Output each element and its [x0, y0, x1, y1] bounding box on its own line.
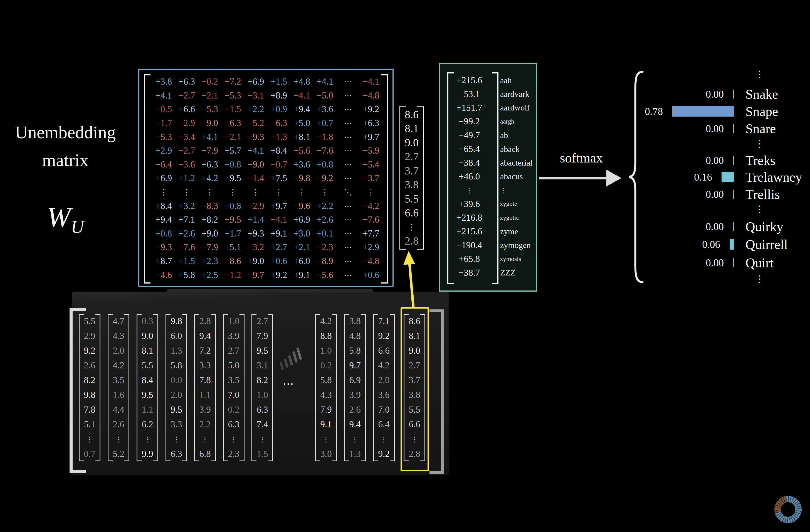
context-vector-values: 9.86.01.35.80.02.09.53.3⋮6.3 — [165, 314, 187, 461]
matrix-cell: −5.4 — [359, 159, 383, 170]
context-cell: 7.9 — [252, 328, 273, 343]
prob-value-zone: 0.00 — [620, 217, 734, 236]
matrix-symbol: WU — [0, 200, 131, 237]
logit-row: +39.6zygote — [449, 197, 533, 211]
context-cell: 6.3 — [252, 402, 273, 417]
prob-value: 0.00 — [706, 155, 724, 166]
matrix-cell: +0.1 — [313, 228, 337, 239]
matrix-cell: +6.3 — [198, 159, 222, 170]
matrix-cell: −4.1 — [290, 91, 313, 101]
matrix-cell: −7.6 — [359, 214, 383, 225]
logit-value: +215.6 — [449, 226, 490, 237]
matrix-cell: −7.9 — [198, 242, 222, 252]
logit-value: +39.6 — [449, 199, 490, 209]
matrix-cell: ⋮ — [175, 188, 198, 197]
prob-label: Quirt — [745, 254, 774, 272]
matrix-cell: +0.8 — [221, 159, 244, 170]
vector-cell: 3.8 — [400, 178, 424, 192]
prob-value: 0.00 — [706, 88, 724, 100]
context-cell: 7.8 — [194, 373, 216, 388]
bracket-left — [144, 74, 150, 284]
matrix-cell: +7.5 — [267, 173, 290, 183]
context-vector: 0.39.08.15.58.49.51.16.2⋮9.9 — [136, 314, 158, 461]
context-vector: 5.52.99.22.68.29.87.85.1⋮0.7 — [79, 314, 100, 461]
matrix-cell: +2.3 — [198, 256, 222, 266]
context-cell: 3.0 — [315, 447, 337, 461]
prob-ellipsis: ⋮ — [755, 273, 764, 284]
context-cell: 0.2 — [223, 402, 244, 417]
context-cell: 3.5 — [108, 373, 129, 388]
matrix-cell: −7.2 — [221, 77, 244, 87]
matrix-cell: +9.4 — [152, 214, 175, 225]
matrix-cell: −6.4 — [152, 159, 175, 170]
matrix-cell: ⋯ — [336, 174, 359, 183]
context-cell: 4.3 — [108, 328, 129, 343]
matrix-cell: −0.7 — [267, 159, 290, 170]
context-cell: 9.2 — [373, 447, 395, 461]
matrix-row: −6.4−3.6+6.3+0.8−9.0−0.7+3.6+0.8⋯−5.4 — [152, 158, 383, 172]
matrix-cell: +8.4 — [152, 201, 175, 211]
logit-word: abacus — [500, 172, 523, 181]
matrix-cell: +3.6 — [290, 159, 313, 170]
context-cell: ⋮ — [373, 432, 395, 447]
context-cell: 3.9 — [223, 328, 244, 343]
context-cell: 2.3 — [223, 447, 244, 461]
matrix-row: +0.8+2.6+9.0+1.7+9.3+9.1+3.0+0.1⋯+7.7 — [152, 227, 383, 241]
prob-label: Treks — [745, 151, 776, 169]
context-cell: 1.3 — [344, 447, 366, 461]
context-vector-values: 3.84.85.89.76.93.92.69.4⋮1.3 — [344, 314, 366, 461]
matrix-cell: −5.3 — [198, 104, 222, 114]
context-vector: 3.84.85.89.76.93.92.69.4⋮1.3 — [344, 314, 366, 461]
logit-row: ⋮⋮ — [449, 183, 533, 197]
title-line-1: Unembedding — [0, 123, 131, 143]
matrix-cell: +2.2 — [313, 201, 337, 211]
embedding-vector-values: 8.68.19.02.73.73.85.56.6⋮2.8 — [400, 108, 424, 248]
matrix-cell: ⋯ — [336, 91, 359, 100]
context-cell: ⋮ — [344, 432, 366, 447]
matrix-cell: +8.2 — [198, 214, 222, 225]
context-cell: 3.3 — [165, 417, 187, 432]
vector-cell: 9.0 — [400, 135, 424, 150]
context-cell: 0.0 — [165, 373, 187, 388]
context-cell: 7.1 — [373, 314, 395, 328]
matrix-cell: +6.6 — [175, 104, 198, 114]
matrix-cell: ⋮ — [152, 188, 175, 197]
vector-cell: 2.8 — [400, 234, 424, 248]
logit-value: −99.2 — [449, 116, 490, 127]
prob-bar — [722, 172, 734, 182]
matrix-cell: −3.2 — [244, 242, 267, 252]
logit-row: −49.7ab — [449, 129, 533, 142]
matrix-cell: ⋯ — [336, 229, 359, 238]
matrix-cell: ⋮ — [221, 188, 244, 197]
matrix-cell: −4.8 — [359, 91, 383, 101]
matrix-cell: +3.2 — [175, 201, 198, 211]
matrix-cell: +2.7 — [267, 242, 290, 252]
matrix-cell: +9.2 — [267, 270, 290, 280]
matrix-cell: −4.6 — [152, 270, 175, 280]
matrix-cell: +2.9 — [152, 146, 175, 156]
context-cell: 3.5 — [223, 373, 244, 388]
context-vector-values: 5.52.99.22.68.29.87.85.1⋮0.7 — [79, 314, 100, 461]
context-cell: 2.7 — [252, 314, 273, 328]
embedding-vector: 8.68.19.02.73.73.85.56.6⋮2.8 — [400, 106, 424, 249]
prob-tick — [733, 222, 734, 231]
context-cell: 8.2 — [252, 373, 273, 388]
context-vector-values: 4.74.32.04.23.51.64.42.6⋮5.2 — [108, 314, 129, 461]
logit-rows: +215.6aah−53.1aardvark+151.7aardwolf−99.… — [449, 74, 533, 280]
context-cell: 3.6 — [373, 388, 395, 402]
context-vectors-ellipsis: ⋯ — [282, 377, 298, 390]
matrix-cell: −6.3 — [267, 118, 290, 128]
prob-label: Snape — [745, 102, 778, 120]
matrix-cell: +4.1 — [313, 77, 337, 87]
matrix-cell: −5.9 — [359, 146, 383, 156]
context-cell: ⋮ — [252, 432, 273, 447]
logit-value: +46.0 — [449, 172, 490, 182]
matrix-cell: +6.3 — [359, 118, 383, 128]
prob-value: 0.00 — [706, 221, 724, 232]
logit-word: zygote — [500, 200, 517, 208]
prob-ellipsis: ⋮ — [755, 68, 764, 80]
prob-value-zone: 0.16 — [620, 168, 734, 186]
matrix-cell: +9.0 — [244, 256, 267, 266]
matrix-cell: +1.5 — [267, 77, 290, 87]
matrix-cell: +6.9 — [152, 173, 175, 183]
